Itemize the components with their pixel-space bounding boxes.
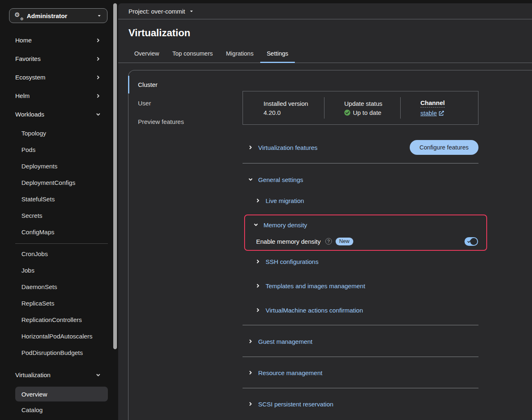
chevron-right-icon [255,259,260,264]
help-icon[interactable]: ? [325,238,332,245]
channel-link-text: stable [420,110,437,117]
main-area: Project: over-commit Virtualization Over… [118,3,532,420]
page-title: Virtualization [128,27,532,39]
section-label: Memory density [264,222,307,229]
sidebar-item-replicationcontrollers[interactable]: ReplicationControllers [0,311,118,328]
sidebar-item-virtualization[interactable]: Virtualization [0,366,118,384]
sidebar-item-topology[interactable]: Topology [0,125,118,141]
settings-content: Installed version 4.20.0 Update status U… [243,70,478,420]
sidebar-item-pods[interactable]: Pods [0,141,118,158]
guest-management-expand[interactable]: Guest management [243,338,313,345]
memory-density-highlight-box: Memory density Enable memory density ? N… [244,215,487,251]
ssh-configurations-expand[interactable]: SSH configurations [243,258,318,265]
virtualization-features-expand[interactable]: Virtualization features [243,144,317,151]
tab-top-consumers[interactable]: Top consumers [166,50,219,63]
external-link-icon [439,111,444,116]
sidebar-item-label: Ecosystem [15,74,45,81]
configure-features-button[interactable]: Configure features [410,140,478,155]
sidebar-item-label: Favorites [15,55,41,62]
enable-memory-density-row: Enable memory density ? New [245,235,478,247]
channel-label[interactable]: Channel [420,99,445,107]
sidebar-item-helm[interactable]: Helm [0,86,118,105]
chevron-right-icon [248,370,253,376]
templates-images-row: Templates and images management [243,278,478,293]
installed-version-label: Installed version [264,100,324,107]
vm-actions-expand[interactable]: VirtualMachine actions confirmation [243,307,363,314]
tab-user[interactable]: User [128,94,243,112]
section-divider [243,325,478,325]
chevron-right-icon [96,75,100,80]
chevron-right-icon [248,145,253,150]
update-status-value: Up to date [344,109,400,116]
chevron-right-icon [255,198,260,203]
memory-density-toggle[interactable] [464,237,478,246]
sidebar-item-secrets[interactable]: Secrets [0,207,118,224]
sidebar-item-favorites[interactable]: Favorites [0,49,118,68]
chevron-down-icon [253,222,258,228]
section-label: VirtualMachine actions confirmation [266,307,363,314]
tab-bar: Overview Top consumers Migrations Settin… [118,50,532,63]
tab-overview[interactable]: Overview [128,50,166,63]
sidebar-item-virt-overview[interactable]: Overview [15,387,108,401]
section-label: Resource management [258,369,322,376]
update-status-label: Update status [344,100,400,107]
section-divider [243,388,478,388]
resource-management-row: Resource management [243,365,478,380]
sidebar-item-poddisruptionbudgets[interactable]: PodDisruptionBudgets [0,344,118,361]
project-selector[interactable]: Project: over-commit [118,3,532,19]
sidebar-item-home[interactable]: Home [0,31,118,49]
live-migration-expand[interactable]: Live migration [243,197,304,204]
sidebar-item-horizontalpodautoscalers[interactable]: HorizontalPodAutoscalers [0,328,118,344]
installed-version-value: 4.20.0 [264,109,324,116]
sidebar-item-workloads[interactable]: Workloads [0,105,118,124]
perspective-label: Administrator [27,12,93,19]
sidebar-nav: Home Favorites Ecosystem Helm Workloads … [0,31,118,418]
tab-migrations[interactable]: Migrations [219,50,260,63]
scsi-expand[interactable]: SCSI persistent reservation [243,401,334,408]
sidebar-item-deploymentconfigs[interactable]: DeploymentConfigs [0,174,118,191]
section-label: SSH configurations [266,258,318,265]
sidebar: ⚙⚙ Administrator Home Favorites Ecosyste… [0,0,118,420]
templates-images-expand[interactable]: Templates and images management [243,282,365,289]
section-label: Virtualization features [258,144,317,151]
live-migration-row: Live migration [243,193,478,208]
sidebar-item-label: Helm [15,92,30,99]
sidebar-item-virt-catalog[interactable]: Catalog [0,401,118,418]
toggle-knob [470,238,477,245]
update-status-text: Up to date [353,109,381,116]
version-summary-box: Installed version 4.20.0 Update status U… [243,91,478,125]
installed-version-cell: Installed version 4.20.0 [243,91,324,124]
section-divider [243,357,478,357]
sidebar-item-replicasets[interactable]: ReplicaSets [0,295,118,311]
sidebar-item-label: Virtualization [15,371,51,378]
tab-preview-features[interactable]: Preview features [128,112,243,131]
chevron-down-icon [96,112,101,116]
enable-memory-density-label: Enable memory density [256,238,321,245]
sidebar-item-statefulsets[interactable]: StatefulSets [0,191,118,207]
sidebar-item-configmaps[interactable]: ConfigMaps [0,224,118,240]
general-settings-expand[interactable]: General settings [243,176,303,183]
memory-density-expand[interactable]: Memory density [253,222,307,229]
section-label: Templates and images management [266,282,365,289]
sidebar-item-label: Home [15,37,32,44]
settings-vertical-tabs: Cluster User Preview features [128,70,243,420]
resource-management-expand[interactable]: Resource management [243,369,322,376]
section-label: Guest management [258,338,313,345]
chevron-right-icon [248,401,253,407]
vm-actions-row: VirtualMachine actions confirmation [243,303,478,317]
sidebar-item-cronjobs[interactable]: CronJobs [0,245,118,262]
chevron-right-icon [96,37,100,43]
section-label: Live migration [266,197,304,204]
sidebar-item-deployments[interactable]: Deployments [0,158,118,174]
sidebar-item-daemonsets[interactable]: DaemonSets [0,278,118,295]
channel-cell: Channel stable [401,91,478,124]
chevron-down-icon [96,373,101,377]
sidebar-item-ecosystem[interactable]: Ecosystem [0,68,118,86]
sidebar-scrollbar[interactable] [113,3,117,349]
channel-link[interactable]: stable [420,110,444,117]
new-badge: New [336,238,353,245]
tab-settings[interactable]: Settings [260,50,295,63]
tab-cluster[interactable]: Cluster [128,75,243,94]
perspective-switcher[interactable]: ⚙⚙ Administrator [9,8,107,23]
sidebar-item-jobs[interactable]: Jobs [0,262,118,278]
